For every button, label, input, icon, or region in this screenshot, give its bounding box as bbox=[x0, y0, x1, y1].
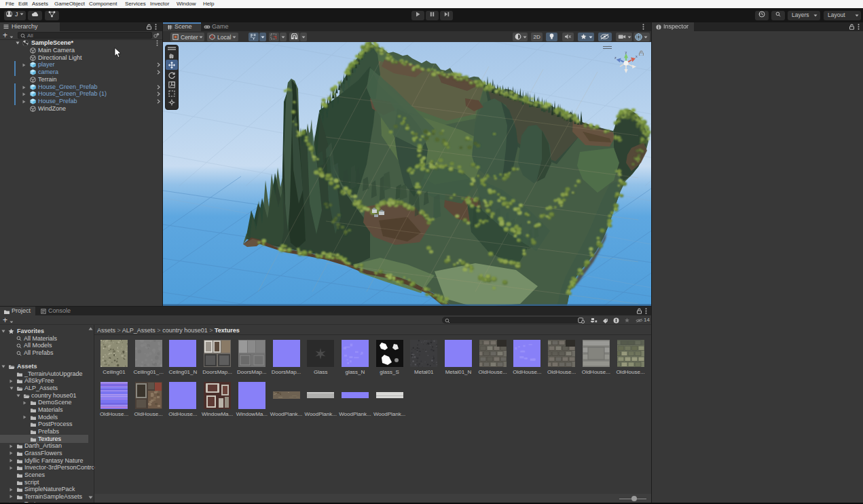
svg-text:x: x bbox=[636, 54, 638, 58]
svg-text:z: z bbox=[614, 56, 617, 60]
svg-text:y: y bbox=[625, 52, 627, 54]
